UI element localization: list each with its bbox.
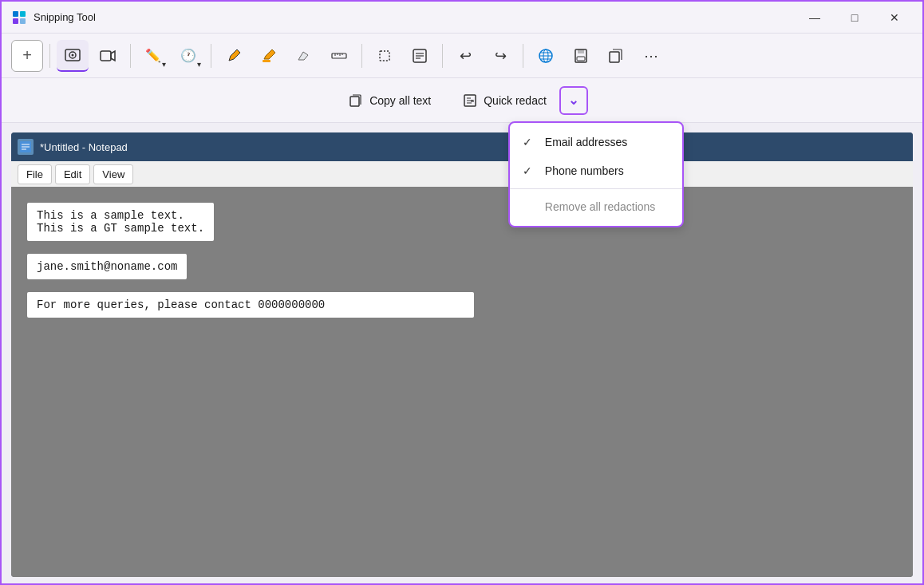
minimize-button[interactable]: —	[796, 5, 833, 30]
text-recognition-button[interactable]	[404, 40, 436, 72]
eraser-button[interactable]	[288, 40, 320, 72]
notepad-view-menu[interactable]: View	[93, 164, 133, 184]
query-text-block: For more queries, please contact 0000000…	[27, 292, 474, 318]
sample-text-line2: This is a GT sample text.	[37, 222, 204, 235]
notepad-titlebar: *Untitled - Notepad	[11, 132, 913, 161]
phone-numbers-option[interactable]: ✓ Phone numbers	[510, 156, 682, 185]
video-tool-button[interactable]	[92, 40, 124, 72]
svg-rect-9	[332, 53, 346, 58]
svg-rect-7	[101, 51, 111, 61]
timer-button[interactable]: 🕐 ▾	[172, 40, 204, 72]
svg-rect-30	[471, 100, 474, 102]
globe-button[interactable]	[530, 40, 562, 72]
svg-rect-8	[263, 60, 270, 62]
notepad-edit-menu[interactable]: Edit	[55, 164, 90, 184]
copy-image-button[interactable]	[600, 40, 632, 72]
edit-icon	[463, 93, 477, 108]
screenshot-tool-button[interactable]	[57, 40, 89, 72]
svg-point-6	[72, 53, 74, 56]
svg-rect-27	[610, 52, 619, 62]
email-text: jane.smith@noname.com	[37, 260, 177, 273]
remove-all-redactions-option[interactable]: Remove all redactions	[510, 192, 682, 221]
toolbar-sep-2	[130, 44, 131, 68]
svg-rect-0	[13, 11, 18, 17]
svg-rect-2	[13, 18, 18, 24]
copy-icon	[349, 93, 363, 108]
email-addresses-label: Email addresses	[545, 136, 628, 148]
highlighter-button[interactable]	[218, 40, 250, 72]
quick-redact-button[interactable]: Quick redact	[450, 87, 559, 114]
notepad-body: This is a sample text. This is a GT samp…	[11, 187, 913, 577]
notepad-menubar: File Edit View	[11, 161, 913, 187]
new-button[interactable]: +	[11, 40, 43, 72]
close-button[interactable]: ✕	[876, 5, 913, 30]
email-check-icon: ✓	[523, 136, 535, 148]
redo-button[interactable]: ↪	[484, 40, 516, 72]
sample-text-line1: This is a sample text.	[37, 209, 184, 222]
quick-redact-chevron-button[interactable]: ⌄	[559, 86, 588, 115]
toolbar-sep-5	[442, 44, 443, 68]
toolbar-sep-4	[361, 44, 362, 68]
main-content: *Untitled - Notepad File Edit View This …	[2, 123, 922, 585]
notepad-title: *Untitled - Notepad	[40, 141, 128, 153]
notepad-icon	[18, 139, 34, 155]
dropdown-divider	[510, 188, 682, 189]
phone-check-icon: ✓	[523, 164, 535, 177]
svg-rect-14	[380, 51, 389, 61]
toolbar-sep-6	[523, 44, 523, 68]
crop-button[interactable]	[369, 40, 401, 72]
undo-button[interactable]: ↩	[449, 40, 481, 72]
svg-rect-3	[20, 18, 26, 24]
main-toolbar: + ✏️ ▾ 🕐 ▾	[2, 34, 922, 78]
query-text: For more queries, please contact 0000000…	[37, 298, 325, 311]
app-title: Snipping Tool	[34, 11, 796, 23]
email-text-block: jane.smith@noname.com	[27, 254, 187, 279]
maximize-button[interactable]: □	[836, 5, 873, 30]
window-controls: — □ ✕	[796, 5, 913, 30]
phone-numbers-label: Phone numbers	[545, 164, 624, 177]
svg-rect-28	[350, 97, 359, 106]
more-options-button[interactable]: ⋯	[635, 40, 667, 72]
remove-all-label: Remove all redactions	[545, 200, 656, 213]
app-logo	[11, 10, 27, 26]
quick-redact-label: Quick redact	[484, 94, 547, 107]
svg-rect-1	[20, 11, 26, 17]
chevron-down-icon: ⌄	[568, 94, 578, 107]
svg-rect-25	[578, 49, 584, 53]
notepad-window: *Untitled - Notepad File Edit View This …	[11, 132, 913, 577]
action-bar: Copy all text Quick redact ⌄ ✓ Email add…	[2, 78, 922, 123]
pen-tool-button[interactable]: ✏️ ▾	[137, 40, 169, 72]
title-bar: Snipping Tool — □ ✕	[2, 2, 922, 34]
ruler-button[interactable]	[323, 40, 355, 72]
copy-all-text-button[interactable]: Copy all text	[336, 87, 444, 114]
notepad-file-menu[interactable]: File	[18, 164, 52, 184]
quick-redact-dropdown: ✓ Email addresses ✓ Phone numbers Remove…	[508, 121, 684, 227]
sample-text-block: This is a sample text. This is a GT samp…	[27, 203, 214, 241]
toolbar-sep-3	[211, 44, 211, 68]
quick-redact-container: Quick redact ⌄ ✓ Email addresses ✓ Phone…	[450, 86, 588, 115]
save-button[interactable]	[565, 40, 597, 72]
marker-button[interactable]	[253, 40, 285, 72]
toolbar-sep-1	[49, 44, 50, 68]
svg-rect-26	[577, 57, 585, 61]
copy-all-text-label: Copy all text	[369, 94, 431, 107]
email-addresses-option[interactable]: ✓ Email addresses	[510, 128, 682, 156]
